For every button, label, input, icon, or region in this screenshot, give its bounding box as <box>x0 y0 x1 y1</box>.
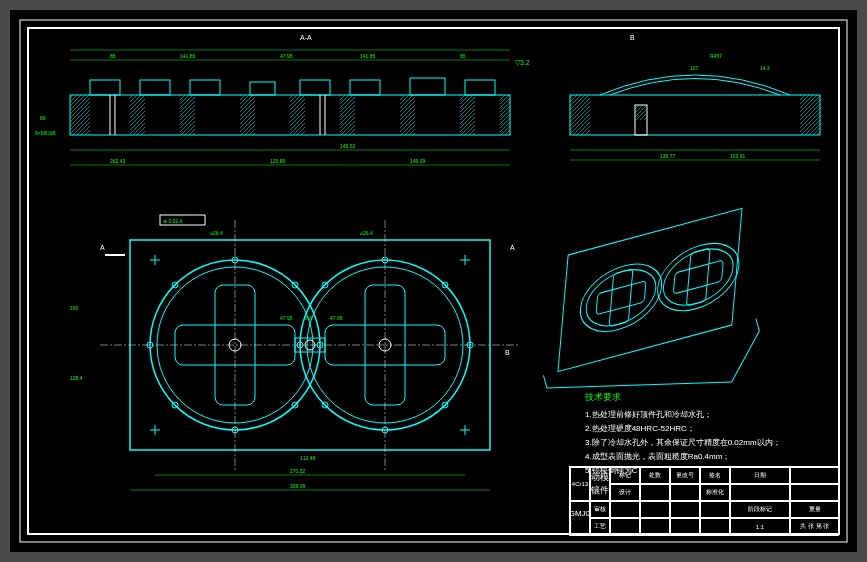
tech-req-item: 3.除了冷却水孔外，其余保证尺寸精度在0.02mm以内； <box>585 436 781 450</box>
svg-rect-12 <box>180 95 195 135</box>
tb-approve: 工艺 <box>590 518 610 535</box>
svg-line-121 <box>721 331 771 382</box>
tb-header: 处数 <box>640 467 670 484</box>
svg-rect-117 <box>673 260 723 294</box>
svg-rect-13 <box>240 95 255 135</box>
svg-line-119 <box>756 319 759 332</box>
svg-text:85: 85 <box>460 53 466 59</box>
cad-viewport: A-A 85 141.85 47.95 141.85 85 262.43 125… <box>0 0 867 562</box>
svg-rect-7 <box>350 80 380 95</box>
svg-rect-9 <box>465 80 495 95</box>
svg-rect-41 <box>635 105 647 120</box>
tech-req-item: 1.热处理前修好顶件孔和冷却水孔； <box>585 408 781 422</box>
svg-text:85: 85 <box>110 53 116 59</box>
tech-req-item: 4.成型表面抛光，表面粗糙度Ra0.4mm； <box>585 450 781 464</box>
side-view-b: B R457 139.77 103.91 127 14.2 <box>570 34 820 160</box>
svg-text:B: B <box>630 34 635 41</box>
section-view-aa: A-A 85 141.85 47.95 141.85 85 262.43 125… <box>35 34 530 165</box>
svg-text:3.8: 3.8 <box>305 315 312 321</box>
svg-text:141.85: 141.85 <box>180 53 196 59</box>
svg-text:141.85: 141.85 <box>360 53 376 59</box>
tech-req-title: 技术要求 <box>585 390 781 404</box>
svg-text:100: 100 <box>70 305 79 311</box>
tb-header: 日期 <box>730 467 790 484</box>
svg-text:47.95: 47.95 <box>280 315 293 321</box>
svg-rect-2 <box>90 80 120 95</box>
tb-standard: 标准化 <box>700 484 730 501</box>
tb-weight: 重量 <box>790 501 840 518</box>
svg-rect-16 <box>400 95 415 135</box>
technical-requirements: 技术要求 1.热处理前修好顶件孔和冷却水孔； 2.热处理硬度48HRC-52HR… <box>585 390 781 478</box>
tb-part-name: 动模镶件 <box>590 467 610 501</box>
svg-text:⌀26.4: ⌀26.4 <box>360 230 373 236</box>
svg-text:139.77: 139.77 <box>660 153 676 159</box>
svg-rect-109 <box>558 208 742 371</box>
svg-point-110 <box>578 255 665 340</box>
svg-rect-4 <box>190 80 220 95</box>
svg-text:A: A <box>100 244 105 251</box>
tb-header: 更改号 <box>670 467 700 484</box>
svg-rect-14 <box>290 95 305 135</box>
svg-text:112.48: 112.48 <box>300 455 316 461</box>
svg-point-111 <box>655 234 742 319</box>
svg-point-112 <box>584 262 658 334</box>
tb-drawing-number: DGMJ01-25 <box>570 501 590 535</box>
svg-rect-39 <box>570 95 820 135</box>
svg-text:89: 89 <box>40 115 46 121</box>
svg-rect-11 <box>130 95 145 135</box>
svg-rect-6 <box>300 80 330 95</box>
drawing-canvas[interactable]: A-A 85 141.85 47.95 141.85 85 262.43 125… <box>10 10 857 552</box>
svg-rect-43 <box>800 95 820 135</box>
svg-rect-114 <box>609 269 633 327</box>
svg-text:270.52: 270.52 <box>290 468 306 474</box>
svg-rect-116 <box>686 248 710 306</box>
svg-text:47.95: 47.95 <box>330 315 343 321</box>
svg-text:145.52: 145.52 <box>340 143 356 149</box>
svg-text:329.09: 329.09 <box>290 483 306 489</box>
svg-rect-18 <box>500 95 510 135</box>
tb-stage: 阶段标记 <box>730 501 790 518</box>
svg-text:R457: R457 <box>710 53 722 59</box>
svg-rect-10 <box>70 95 90 135</box>
svg-text:103.91: 103.91 <box>730 153 746 159</box>
tb-design: 设计 <box>610 484 640 501</box>
svg-line-118 <box>543 375 546 388</box>
tb-sheet: 共 张 第 张 <box>790 518 840 535</box>
tb-header: 标记 <box>610 467 640 484</box>
svg-text:47.95: 47.95 <box>280 53 293 59</box>
plan-view: A A B 329.09 270.52 ⌀26.4 ⌀26.4 47.95 3.… <box>70 215 520 490</box>
svg-text:⌀26.4: ⌀26.4 <box>210 230 223 236</box>
svg-text:262.43: 262.43 <box>110 158 126 164</box>
tech-req-item: 2.热处理硬度48HRC-52HRC； <box>585 422 781 436</box>
svg-rect-15 <box>340 95 355 135</box>
svg-rect-42 <box>570 95 590 135</box>
svg-text:14.2: 14.2 <box>760 65 770 71</box>
tb-scale: 1:1 <box>730 518 790 535</box>
svg-rect-3 <box>140 80 170 95</box>
tb-header: 签名 <box>700 467 730 484</box>
svg-text:A: A <box>510 244 515 251</box>
svg-text:128.4: 128.4 <box>70 375 83 381</box>
svg-rect-17 <box>460 95 475 135</box>
tb-material: 4Cr13 <box>570 467 590 501</box>
svg-rect-56 <box>215 285 255 405</box>
tb-check: 审核 <box>590 501 610 518</box>
svg-text:127: 127 <box>690 65 699 71</box>
svg-point-113 <box>661 241 735 313</box>
svg-rect-8 <box>410 78 445 95</box>
svg-rect-115 <box>596 281 646 315</box>
svg-rect-57 <box>175 325 295 365</box>
svg-text:149.09: 149.09 <box>410 158 426 164</box>
svg-text:8×M5深8: 8×M5深8 <box>35 130 56 136</box>
surface-finish-symbol: ▽3.2 <box>515 59 530 66</box>
section-label: A-A <box>300 34 312 41</box>
svg-text:125.89: 125.89 <box>270 158 286 164</box>
title-block: 标记 处数 更改号 签名 日期 4Cr13 动模镶件 设计 标准化 审核 阶段标… <box>569 466 839 534</box>
svg-text:⊕ 0.02 A: ⊕ 0.02 A <box>163 218 183 224</box>
svg-rect-5 <box>250 82 275 95</box>
svg-text:B: B <box>505 349 510 356</box>
